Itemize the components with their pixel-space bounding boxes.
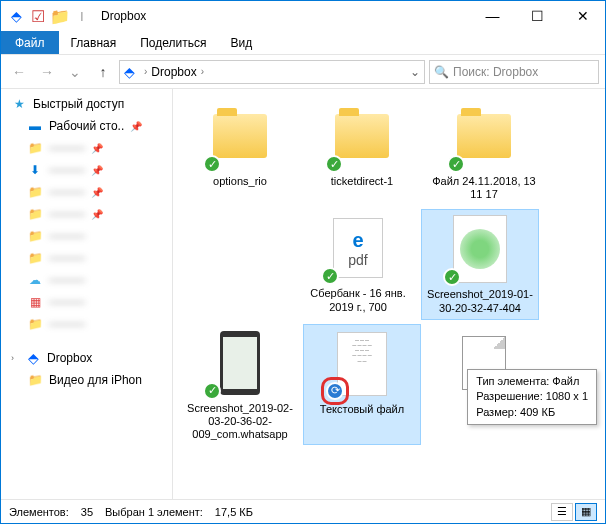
file-tile[interactable]: epdf ✓ Сбербанк - 16 янв. 2019 г., 700 <box>299 209 417 319</box>
folder-icon: 📁 <box>27 316 43 332</box>
tile-thumb: ✓ <box>327 101 397 171</box>
folder-icon <box>335 114 389 158</box>
chevron-right-icon: › <box>144 66 147 77</box>
view-details-button[interactable]: ☰ <box>551 503 573 521</box>
sync-ok-icon: ✓ <box>203 155 221 173</box>
folder-icon: 📁 <box>27 250 43 266</box>
sidebar-item[interactable]: ⬇———📌 <box>1 159 172 181</box>
folder-icon <box>457 114 511 158</box>
folder-icon: 📁 <box>27 140 43 156</box>
tile-label: Screenshot_2019-01-30-20-32-47-404 <box>424 288 536 314</box>
view-tiles-button[interactable]: ▦ <box>575 503 597 521</box>
breadcrumb-dropdown-icon[interactable]: ⌄ <box>410 65 420 79</box>
menu-view[interactable]: Вид <box>218 31 264 54</box>
tooltip-line: Размер: 409 КБ <box>476 405 588 420</box>
tile-label: ticketdirect-1 <box>331 175 393 188</box>
sidebar-item[interactable]: 📁———📌 <box>1 181 172 203</box>
status-selected-label: Выбран 1 элемент: <box>105 506 203 518</box>
pin-icon: 📌 <box>91 143 103 154</box>
tile-label: options_rio <box>213 175 267 188</box>
folder-icon <box>213 114 267 158</box>
folder-icon: 📁 <box>27 184 43 200</box>
tile-thumb: ✓ <box>445 214 515 284</box>
highlight-ring: ⟳ <box>321 377 349 405</box>
chevron-right-icon[interactable]: › <box>11 353 19 363</box>
nav-dropdown-icon[interactable]: ⌄ <box>63 60 87 84</box>
sync-ok-icon: ✓ <box>447 155 465 173</box>
file-tile[interactable]: ✓ Screenshot_2019-01-30-20-32-47-404 <box>421 209 539 319</box>
sidebar-label: Быстрый доступ <box>33 97 124 111</box>
tile-label: Файл 24.11.2018, 13 11 17 <box>427 175 541 201</box>
folder-icon: 📁 <box>27 228 43 244</box>
sidebar-item[interactable]: 📁——— <box>1 225 172 247</box>
breadcrumb-dropbox-icon: ⬘ <box>124 64 140 80</box>
sidebar-item[interactable]: 📁——— <box>1 313 172 335</box>
status-selected-size: 17,5 КБ <box>215 506 253 518</box>
sidebar-item[interactable]: ▦——— <box>1 291 172 313</box>
status-count: 35 <box>81 506 93 518</box>
pin-icon: 📌 <box>91 187 103 198</box>
sidebar-label: ——— <box>49 295 85 309</box>
minimize-button[interactable]: — <box>470 1 515 31</box>
cloud-icon: ☁ <box>27 272 43 288</box>
sync-ok-icon: ✓ <box>321 267 339 285</box>
search-input[interactable]: 🔍 Поиск: Dropbox <box>429 60 599 84</box>
window-title: Dropbox <box>101 9 146 23</box>
view-toggles: ☰ ▦ <box>551 503 597 521</box>
folder-small-icon: 📁 <box>51 7 69 25</box>
sidebar-item[interactable]: 📁———📌 <box>1 137 172 159</box>
dropbox-icon: ⬘ <box>25 350 41 366</box>
maximize-button[interactable]: ☐ <box>515 1 560 31</box>
nav-forward-icon[interactable]: → <box>35 60 59 84</box>
tile-thumb: — — —— — — —— — —— — — —— — ⟳ <box>327 329 397 399</box>
nav-up-icon[interactable]: ↑ <box>91 60 115 84</box>
sidebar-label: ——— <box>49 163 85 177</box>
close-button[interactable]: ✕ <box>560 1 605 31</box>
search-placeholder: Поиск: Dropbox <box>453 65 538 79</box>
sidebar-label: ——— <box>49 317 85 331</box>
sidebar-label: ——— <box>49 251 85 265</box>
sidebar-item[interactable]: ☁——— <box>1 269 172 291</box>
titlebar: ⬘ ☑ 📁 | Dropbox — ☐ ✕ <box>1 1 605 31</box>
status-count-label: Элементов: <box>9 506 69 518</box>
menu-file[interactable]: Файл <box>1 31 59 54</box>
content-area[interactable]: ✓ options_rio ✓ ticketdirect-1 ✓ <box>173 89 605 499</box>
download-icon: ⬇ <box>27 162 43 178</box>
explorer-window: ⬘ ☑ 📁 | Dropbox — ☐ ✕ Файл Главная Подел… <box>0 0 606 524</box>
file-tile[interactable]: ✓ Файл 24.11.2018, 13 11 17 <box>425 97 543 205</box>
menu-share[interactable]: Поделиться <box>128 31 218 54</box>
search-icon: 🔍 <box>434 65 449 79</box>
sync-ok-icon: ✓ <box>443 268 461 286</box>
folder-icon: 📁 <box>27 372 43 388</box>
nav-back-icon[interactable]: ← <box>7 60 31 84</box>
titlebar-divider-icon: | <box>73 7 91 25</box>
body: ★ Быстрый доступ ▬ Рабочий сто.. 📌 📁———📌… <box>1 89 605 499</box>
sidebar-item[interactable]: 📁——— <box>1 247 172 269</box>
file-tile[interactable]: ✓ ticketdirect-1 <box>303 97 421 205</box>
window-controls: — ☐ ✕ <box>470 1 605 31</box>
tooltip: Тип элемента: Файл Разрешение: 1080 x 1 … <box>467 369 597 425</box>
sync-ok-icon: ✓ <box>203 382 221 400</box>
pdf-icon: epdf <box>333 218 383 278</box>
menu-home[interactable]: Главная <box>59 31 129 54</box>
pin-icon: 📌 <box>91 209 103 220</box>
sidebar-item[interactable]: 📁———📌 <box>1 203 172 225</box>
breadcrumb-segment[interactable]: Dropbox <box>151 65 196 79</box>
breadcrumb[interactable]: ⬘ › Dropbox › ⌄ <box>119 60 425 84</box>
pin-icon: 📌 <box>91 165 103 176</box>
statusbar: Элементов: 35 Выбран 1 элемент: 17,5 КБ … <box>1 499 605 523</box>
file-tile[interactable]: — — —— — — —— — —— — — —— — ⟳ Текстовый … <box>303 324 421 446</box>
app-icon: ▦ <box>27 294 43 310</box>
sidebar-dropbox[interactable]: › ⬘ Dropbox <box>1 347 172 369</box>
file-tile[interactable]: ✓ Screenshot_2019-02-03-20-36-02-009_com… <box>181 324 299 446</box>
image-thumb-icon <box>453 215 507 283</box>
checkbox-icon[interactable]: ☑ <box>29 7 47 25</box>
titlebar-quick-icons: ⬘ ☑ 📁 | <box>1 7 91 25</box>
file-tile[interactable]: ✓ options_rio <box>181 97 299 205</box>
tile-thumb: ✓ <box>205 328 275 398</box>
sidebar-label: Рабочий сто.. <box>49 119 124 133</box>
sidebar-video[interactable]: 📁 Видео для iPhon <box>1 369 172 391</box>
star-icon: ★ <box>11 96 27 112</box>
sidebar-desktop[interactable]: ▬ Рабочий сто.. 📌 <box>1 115 172 137</box>
sidebar-quick-access[interactable]: ★ Быстрый доступ <box>1 93 172 115</box>
